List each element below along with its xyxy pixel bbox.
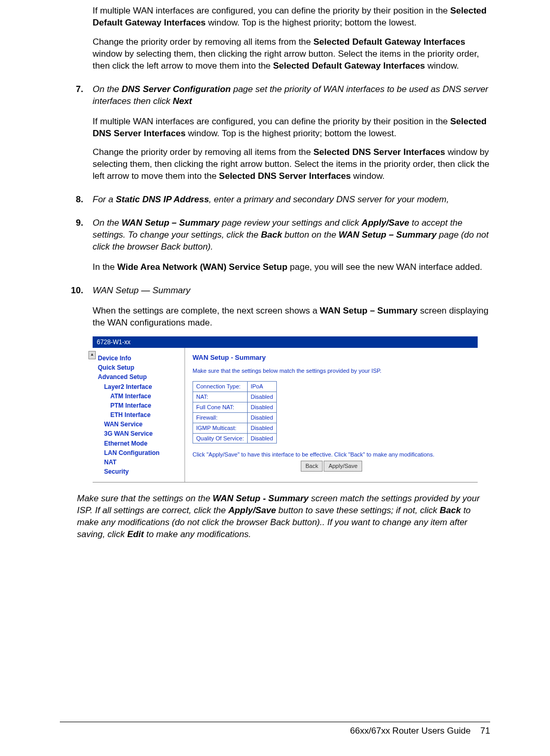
table-row: Full Cone NAT:Disabled [193, 402, 277, 413]
term: Back [261, 230, 283, 240]
setting-value: Disabled [247, 412, 276, 423]
text: window. [425, 61, 459, 71]
text: button to save these settings; if not, c… [276, 505, 440, 515]
term: Edit [127, 529, 144, 539]
text: window. [351, 171, 385, 181]
text: For a [93, 194, 116, 204]
nav-item[interactable]: ATM Interface [110, 392, 181, 400]
term: WAN Setup - Summary [213, 493, 309, 503]
text: page, you will see the new WAN interface… [287, 262, 482, 272]
paragraph: Change the priority order by removing al… [93, 147, 490, 183]
paragraph: If multiple WAN interfaces are configure… [93, 116, 490, 140]
term: Wide Area Network (WAN) Service Setup [117, 262, 287, 272]
nav-item[interactable]: PTM Interface [110, 401, 181, 410]
nav-item[interactable]: Security [104, 467, 181, 476]
nav-item[interactable]: 3G WAN Service [104, 429, 181, 438]
setting-key: IGMP Multicast: [193, 423, 248, 433]
scroll-up-icon[interactable]: ▲ [88, 351, 96, 359]
paragraph: When the settings are complete, the next… [93, 305, 490, 329]
text: On the [93, 84, 122, 94]
nav-item[interactable]: NAT [104, 458, 181, 466]
content-title: WAN Setup - Summary [193, 353, 470, 362]
step-number: 10. [60, 285, 93, 297]
window-titlebar: 6728-W1-xx [93, 336, 478, 348]
step-9: 9. On the WAN Setup – Summary page revie… [60, 217, 490, 253]
page-footer: 66xx/67xx Router Users Guide 71 [60, 722, 490, 737]
content-pane: WAN Setup - Summary Make sure that the s… [185, 348, 478, 482]
setting-key: NAT: [193, 392, 248, 402]
setting-value: Disabled [247, 392, 276, 402]
setting-key: Connection Type: [193, 382, 248, 392]
text: On the [93, 218, 122, 228]
term: Apply/Save [362, 218, 410, 228]
text: When the settings are complete, the next… [93, 306, 320, 316]
term: Apply/Save [228, 505, 276, 515]
table-row: Quality Of Service:Disabled [193, 433, 277, 444]
step-number: 8. [60, 194, 93, 206]
nav-sidebar: ▲ Device InfoQuick SetupAdvanced SetupLa… [93, 348, 185, 482]
footer-title: 66xx/67xx Router Users Guide [350, 726, 471, 736]
step-body: On the DNS Server Configuration page set… [93, 84, 490, 108]
content-subtitle: Make sure that the settings below match … [193, 367, 470, 375]
term: Next [173, 96, 192, 106]
step-8: 8. For a Static DNS IP Address, enter a … [60, 194, 490, 206]
paragraph: Change the priority order by removing al… [93, 36, 490, 72]
text: button on the [282, 230, 339, 240]
page-number: 71 [480, 726, 490, 736]
text: , enter a primary and secondary DNS serv… [209, 194, 449, 204]
nav-item[interactable]: Quick Setup [98, 363, 181, 372]
term: WAN Setup – Summary [339, 230, 437, 240]
nav-item[interactable]: WAN Service [104, 420, 181, 428]
nav-item[interactable]: Device Info [98, 354, 181, 362]
term: Selected Default Gateway Interfaces [313, 37, 465, 47]
setting-key: Quality Of Service: [193, 433, 248, 444]
text: If multiple WAN interfaces are configure… [93, 116, 450, 126]
screenshot-wan-setup-summary: 6728-W1-xx ▲ Device InfoQuick SetupAdvan… [93, 336, 490, 483]
table-row: IGMP Multicast:Disabled [193, 423, 277, 433]
step-body: WAN Setup — Summary [93, 285, 490, 297]
paragraph: Make sure that the settings on the WAN S… [77, 493, 490, 541]
setting-value: Disabled [247, 402, 276, 413]
back-button[interactable]: Back [301, 461, 323, 472]
text: page review your settings and click [220, 218, 362, 228]
settings-table: Connection Type:IPoANAT:DisabledFull Con… [193, 381, 277, 444]
apply-save-button[interactable]: Apply/Save [324, 461, 362, 472]
nav-item[interactable]: Ethernet Mode [104, 439, 181, 448]
nav-item[interactable]: Layer2 Interface [104, 383, 181, 391]
nav-item[interactable]: LAN Configuration [104, 449, 181, 457]
term: Selected DNS Server Interfaces [219, 171, 351, 181]
term: Selected Default Gateway Interfaces [273, 61, 425, 71]
paragraph: If multiple WAN interfaces are configure… [93, 5, 490, 29]
text: If multiple WAN interfaces are configure… [93, 6, 450, 16]
text: Change the priority order by removing al… [93, 37, 313, 47]
step-10: 10. WAN Setup — Summary [60, 285, 490, 297]
table-row: NAT:Disabled [193, 392, 277, 402]
step-number: 7. [60, 84, 93, 108]
nav-item[interactable]: Advanced Setup [98, 373, 181, 381]
setting-value: Disabled [247, 433, 276, 444]
table-row: Connection Type:IPoA [193, 382, 277, 392]
term: WAN Setup – Summary [320, 306, 418, 316]
step-number: 9. [60, 217, 93, 253]
setting-value: IPoA [247, 382, 276, 392]
paragraph: In the Wide Area Network (WAN) Service S… [93, 262, 490, 273]
text: WAN Setup — Summary [93, 285, 190, 295]
text: to make any modifications. [144, 529, 251, 539]
term: DNS Server Configuration [122, 84, 231, 94]
text: Make sure that the settings on the [77, 493, 213, 503]
step-body: For a Static DNS IP Address, enter a pri… [93, 194, 490, 206]
setting-key: Firewall: [193, 412, 248, 423]
text: In the [93, 262, 117, 272]
setting-value: Disabled [247, 423, 276, 433]
hint-text: Click "Apply/Save" to have this interfac… [193, 451, 470, 459]
text: Change the priority order by removing al… [93, 147, 313, 157]
table-row: Firewall:Disabled [193, 412, 277, 423]
term: WAN Setup – Summary [122, 218, 220, 228]
term: Back [440, 505, 461, 515]
term: Static DNS IP Address [116, 194, 209, 204]
text: window. Top is the highest priority; bot… [206, 18, 416, 28]
nav-item[interactable]: ETH Interface [110, 411, 181, 419]
step-body: On the WAN Setup – Summary page review y… [93, 217, 490, 253]
text: window. Top is the highest priority; bot… [186, 128, 396, 138]
term: Selected DNS Server Interfaces [313, 147, 445, 157]
